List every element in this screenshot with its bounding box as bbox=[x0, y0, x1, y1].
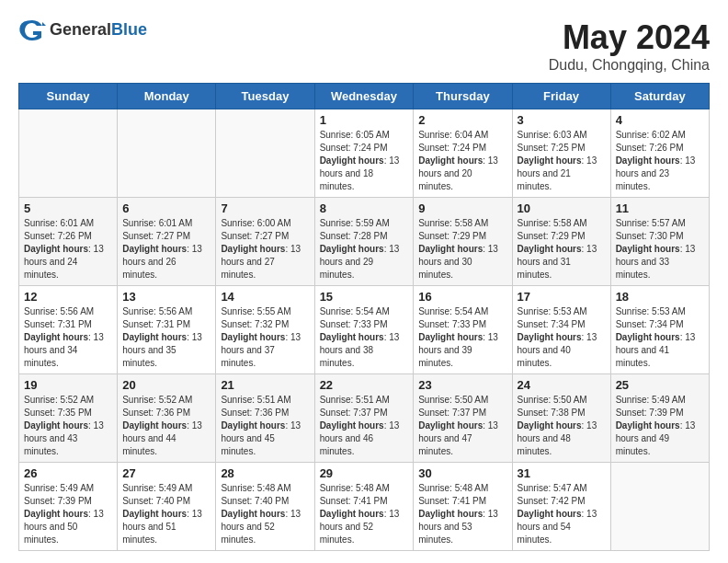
calendar-cell: 29Sunrise: 5:48 AMSunset: 7:41 PMDayligh… bbox=[314, 463, 414, 551]
day-info: Sunrise: 5:49 AMSunset: 7:39 PMDaylight … bbox=[616, 394, 704, 458]
day-number: 18 bbox=[616, 290, 704, 304]
day-number: 2 bbox=[418, 113, 506, 127]
day-info: Sunrise: 6:01 AMSunset: 7:26 PMDaylight … bbox=[24, 217, 112, 282]
day-info: Sunrise: 6:01 AMSunset: 7:27 PMDaylight … bbox=[122, 217, 210, 282]
calendar-cell: 11Sunrise: 5:57 AMSunset: 7:30 PMDayligh… bbox=[610, 198, 709, 286]
day-number: 31 bbox=[518, 466, 606, 480]
day-number: 14 bbox=[221, 290, 309, 304]
calendar-cell: 3Sunrise: 6:03 AMSunset: 7:25 PMDaylight… bbox=[512, 109, 610, 198]
day-info: Sunrise: 5:49 AMSunset: 7:39 PMDaylight … bbox=[24, 482, 112, 546]
day-number: 25 bbox=[616, 378, 704, 392]
calendar-cell: 23Sunrise: 5:50 AMSunset: 7:37 PMDayligh… bbox=[414, 374, 512, 463]
calendar-cell: 27Sunrise: 5:49 AMSunset: 7:40 PMDayligh… bbox=[118, 463, 216, 551]
calendar-cell: 6Sunrise: 6:01 AMSunset: 7:27 PMDaylight… bbox=[118, 198, 216, 286]
day-number: 19 bbox=[24, 378, 112, 392]
weekday-header-friday: Friday bbox=[512, 84, 610, 109]
day-info: Sunrise: 5:48 AMSunset: 7:41 PMDaylight … bbox=[320, 482, 409, 546]
day-number: 26 bbox=[24, 466, 112, 480]
day-number: 3 bbox=[518, 113, 606, 127]
weekday-header-monday: Monday bbox=[118, 84, 216, 109]
day-info: Sunrise: 5:53 AMSunset: 7:34 PMDaylight … bbox=[518, 305, 606, 370]
day-info: Sunrise: 5:48 AMSunset: 7:41 PMDaylight … bbox=[418, 482, 506, 546]
day-number: 6 bbox=[122, 201, 210, 215]
day-number: 4 bbox=[616, 113, 704, 127]
day-info: Sunrise: 5:50 AMSunset: 7:37 PMDaylight … bbox=[418, 394, 506, 458]
calendar-cell: 5Sunrise: 6:01 AMSunset: 7:26 PMDaylight… bbox=[19, 198, 118, 286]
day-info: Sunrise: 6:02 AMSunset: 7:26 PMDaylight … bbox=[616, 129, 704, 193]
calendar-week-5: 26Sunrise: 5:49 AMSunset: 7:39 PMDayligh… bbox=[19, 463, 710, 551]
calendar-cell: 4Sunrise: 6:02 AMSunset: 7:26 PMDaylight… bbox=[610, 109, 709, 198]
calendar-cell: 30Sunrise: 5:48 AMSunset: 7:41 PMDayligh… bbox=[414, 463, 512, 551]
day-info: Sunrise: 5:53 AMSunset: 7:34 PMDaylight … bbox=[616, 305, 704, 370]
day-info: Sunrise: 5:52 AMSunset: 7:36 PMDaylight … bbox=[122, 394, 210, 458]
calendar-week-2: 5Sunrise: 6:01 AMSunset: 7:26 PMDaylight… bbox=[19, 198, 710, 286]
day-number: 28 bbox=[221, 466, 309, 480]
calendar-cell bbox=[216, 109, 314, 198]
calendar-cell: 9Sunrise: 5:58 AMSunset: 7:29 PMDaylight… bbox=[414, 198, 512, 286]
calendar-cell bbox=[19, 109, 118, 198]
title-block: May 2024 Dudu, Chongqing, China bbox=[549, 18, 710, 74]
logo-text: GeneralBlue bbox=[50, 20, 147, 40]
calendar-cell: 18Sunrise: 5:53 AMSunset: 7:34 PMDayligh… bbox=[610, 286, 709, 374]
location: Dudu, Chongqing, China bbox=[549, 57, 710, 74]
day-info: Sunrise: 6:05 AMSunset: 7:24 PMDaylight … bbox=[320, 129, 409, 193]
day-number: 24 bbox=[518, 378, 606, 392]
day-number: 5 bbox=[24, 201, 112, 215]
day-info: Sunrise: 5:55 AMSunset: 7:32 PMDaylight … bbox=[221, 305, 309, 370]
day-info: Sunrise: 5:56 AMSunset: 7:31 PMDaylight … bbox=[122, 305, 210, 370]
day-number: 22 bbox=[320, 378, 409, 392]
weekday-header-saturday: Saturday bbox=[610, 84, 709, 109]
day-info: Sunrise: 5:52 AMSunset: 7:35 PMDaylight … bbox=[24, 394, 112, 458]
day-info: Sunrise: 5:54 AMSunset: 7:33 PMDaylight … bbox=[418, 305, 506, 370]
day-info: Sunrise: 6:04 AMSunset: 7:24 PMDaylight … bbox=[418, 129, 506, 193]
month-year: May 2024 bbox=[549, 18, 710, 57]
weekday-header-thursday: Thursday bbox=[414, 84, 512, 109]
calendar-cell: 14Sunrise: 5:55 AMSunset: 7:32 PMDayligh… bbox=[216, 286, 314, 374]
calendar-cell: 22Sunrise: 5:51 AMSunset: 7:37 PMDayligh… bbox=[314, 374, 414, 463]
day-number: 12 bbox=[24, 290, 112, 304]
day-number: 8 bbox=[320, 201, 409, 215]
page-header: GeneralBlue May 2024 Dudu, Chongqing, Ch… bbox=[18, 18, 710, 74]
calendar-cell: 10Sunrise: 5:58 AMSunset: 7:29 PMDayligh… bbox=[512, 198, 610, 286]
calendar-cell bbox=[610, 463, 709, 551]
day-number: 11 bbox=[616, 201, 704, 215]
calendar-cell: 8Sunrise: 5:59 AMSunset: 7:28 PMDaylight… bbox=[314, 198, 414, 286]
day-number: 1 bbox=[320, 113, 409, 127]
calendar-week-3: 12Sunrise: 5:56 AMSunset: 7:31 PMDayligh… bbox=[19, 286, 710, 374]
weekday-header-wednesday: Wednesday bbox=[314, 84, 414, 109]
day-number: 9 bbox=[418, 201, 506, 215]
day-number: 15 bbox=[320, 290, 409, 304]
logo: GeneralBlue bbox=[18, 18, 147, 40]
calendar-cell: 1Sunrise: 6:05 AMSunset: 7:24 PMDaylight… bbox=[314, 109, 414, 198]
calendar-cell: 20Sunrise: 5:52 AMSunset: 7:36 PMDayligh… bbox=[118, 374, 216, 463]
calendar-week-1: 1Sunrise: 6:05 AMSunset: 7:24 PMDaylight… bbox=[19, 109, 710, 198]
logo-general: General bbox=[50, 20, 111, 39]
day-info: Sunrise: 5:56 AMSunset: 7:31 PMDaylight … bbox=[24, 305, 112, 370]
day-info: Sunrise: 5:54 AMSunset: 7:33 PMDaylight … bbox=[320, 305, 409, 370]
day-info: Sunrise: 6:03 AMSunset: 7:25 PMDaylight … bbox=[518, 129, 606, 193]
day-info: Sunrise: 5:57 AMSunset: 7:30 PMDaylight … bbox=[616, 217, 704, 282]
day-info: Sunrise: 5:47 AMSunset: 7:42 PMDaylight … bbox=[518, 482, 606, 546]
day-info: Sunrise: 5:59 AMSunset: 7:28 PMDaylight … bbox=[320, 217, 409, 282]
day-number: 20 bbox=[122, 378, 210, 392]
day-number: 16 bbox=[418, 290, 506, 304]
calendar-cell: 12Sunrise: 5:56 AMSunset: 7:31 PMDayligh… bbox=[19, 286, 118, 374]
calendar-cell: 28Sunrise: 5:48 AMSunset: 7:40 PMDayligh… bbox=[216, 463, 314, 551]
day-number: 23 bbox=[418, 378, 506, 392]
day-number: 21 bbox=[221, 378, 309, 392]
day-info: Sunrise: 5:49 AMSunset: 7:40 PMDaylight … bbox=[122, 482, 210, 546]
day-number: 27 bbox=[122, 466, 210, 480]
calendar-cell: 17Sunrise: 5:53 AMSunset: 7:34 PMDayligh… bbox=[512, 286, 610, 374]
day-number: 30 bbox=[418, 466, 506, 480]
day-number: 29 bbox=[320, 466, 409, 480]
day-info: Sunrise: 5:58 AMSunset: 7:29 PMDaylight … bbox=[518, 217, 606, 282]
day-number: 13 bbox=[122, 290, 210, 304]
calendar-cell: 13Sunrise: 5:56 AMSunset: 7:31 PMDayligh… bbox=[118, 286, 216, 374]
calendar-cell: 7Sunrise: 6:00 AMSunset: 7:27 PMDaylight… bbox=[216, 198, 314, 286]
calendar-cell: 16Sunrise: 5:54 AMSunset: 7:33 PMDayligh… bbox=[414, 286, 512, 374]
weekday-header-row: SundayMondayTuesdayWednesdayThursdayFrid… bbox=[19, 84, 710, 109]
day-info: Sunrise: 5:51 AMSunset: 7:37 PMDaylight … bbox=[320, 394, 409, 458]
logo-blue: Blue bbox=[111, 20, 147, 39]
day-number: 7 bbox=[221, 201, 309, 215]
day-number: 10 bbox=[518, 201, 606, 215]
